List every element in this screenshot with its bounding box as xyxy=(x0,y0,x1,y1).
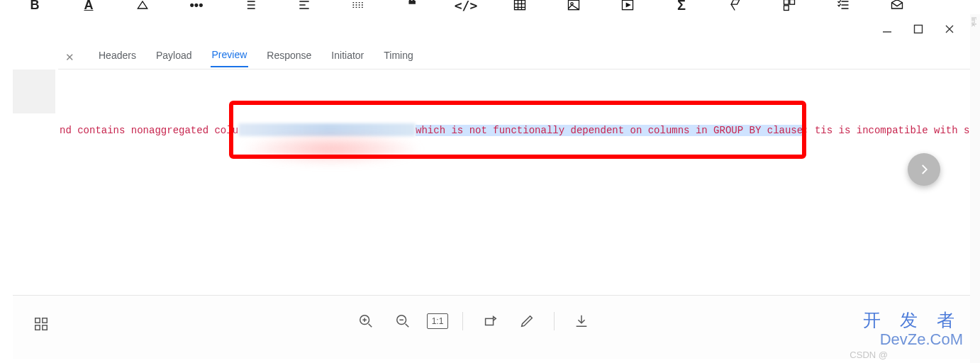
zoom-in-icon[interactable] xyxy=(353,308,379,334)
image-icon[interactable] xyxy=(566,0,581,13)
quote-icon[interactable]: ❝ xyxy=(404,0,420,13)
svg-rect-8 xyxy=(35,318,40,323)
download-icon[interactable] xyxy=(569,308,594,334)
video-icon[interactable] xyxy=(620,0,635,13)
error-prefix: nd contains nonaggregated colu xyxy=(60,125,238,136)
align-icon[interactable] xyxy=(296,0,312,13)
hr-icon[interactable] xyxy=(350,0,366,13)
tab-preview[interactable]: Preview xyxy=(211,49,249,67)
svg-rect-0 xyxy=(515,0,525,9)
actual-size-button[interactable]: 1:1 xyxy=(427,313,448,329)
right-rail: link xyxy=(970,14,980,363)
svg-rect-4 xyxy=(784,0,789,4)
tab-headers[interactable]: Headers xyxy=(97,50,138,67)
error-suffix2: is is incompatible with sql_ xyxy=(820,125,970,136)
more-icon[interactable]: ••• xyxy=(189,0,204,13)
tab-timing[interactable]: Timing xyxy=(382,50,415,67)
tab-response[interactable]: Response xyxy=(265,50,313,67)
toolbar-separator xyxy=(554,312,555,330)
rotate-icon[interactable] xyxy=(477,308,503,334)
window-controls xyxy=(881,23,956,35)
svg-rect-7 xyxy=(915,26,923,33)
component-icon[interactable] xyxy=(781,0,797,13)
error-message: nd contains nonaggregated coluwhich is n… xyxy=(55,123,970,138)
error-suffix1: ; t xyxy=(803,125,820,136)
watermark-en: DevZe.CoM xyxy=(880,330,963,349)
tab-initiator[interactable]: Initiator xyxy=(330,50,365,67)
highlight-icon[interactable] xyxy=(135,0,150,13)
checklist-icon[interactable] xyxy=(835,0,851,13)
next-image-button[interactable] xyxy=(908,153,940,186)
svg-rect-9 xyxy=(43,318,47,323)
maximize-button[interactable] xyxy=(912,23,925,35)
redacted-region xyxy=(238,123,416,136)
minimize-button[interactable] xyxy=(881,23,893,35)
error-highlight: which is not functionally dependent on c… xyxy=(416,125,803,136)
editor-toolbar: B A ••• ❝ </> Σ xyxy=(0,0,980,14)
toolbar-separator xyxy=(462,312,463,330)
edit-icon[interactable] xyxy=(514,308,540,334)
close-panel-icon[interactable]: ✕ xyxy=(65,52,74,62)
table-icon[interactable] xyxy=(512,0,528,13)
watermark-cn: 开 发 者 xyxy=(863,308,962,332)
font-color-icon[interactable]: A xyxy=(81,0,96,13)
formula-icon[interactable]: Σ xyxy=(674,0,689,13)
code-icon[interactable]: </> xyxy=(458,0,474,13)
image-viewer-toolbar: 1:1 xyxy=(13,295,970,359)
preview-content[interactable]: nd contains nonaggregated coluwhich is n… xyxy=(55,78,970,285)
bold-icon[interactable]: B xyxy=(27,0,43,13)
tab-payload[interactable]: Payload xyxy=(155,50,194,67)
devtools-tabbar: ✕ Headers Payload Preview Response Initi… xyxy=(58,45,970,69)
list-icon[interactable] xyxy=(243,0,258,13)
inbox-icon[interactable] xyxy=(889,0,905,13)
zoom-out-icon[interactable] xyxy=(390,308,416,334)
svg-rect-10 xyxy=(35,325,40,330)
watermark-csdn: CSDN @ xyxy=(850,350,888,360)
svg-rect-6 xyxy=(784,6,789,11)
svg-rect-11 xyxy=(43,325,47,330)
eraser-icon[interactable] xyxy=(728,0,743,13)
thumbnails-icon[interactable] xyxy=(28,311,54,337)
close-button[interactable] xyxy=(943,23,956,35)
svg-rect-5 xyxy=(790,0,795,4)
line-gutter xyxy=(13,69,55,113)
svg-rect-14 xyxy=(486,318,494,325)
